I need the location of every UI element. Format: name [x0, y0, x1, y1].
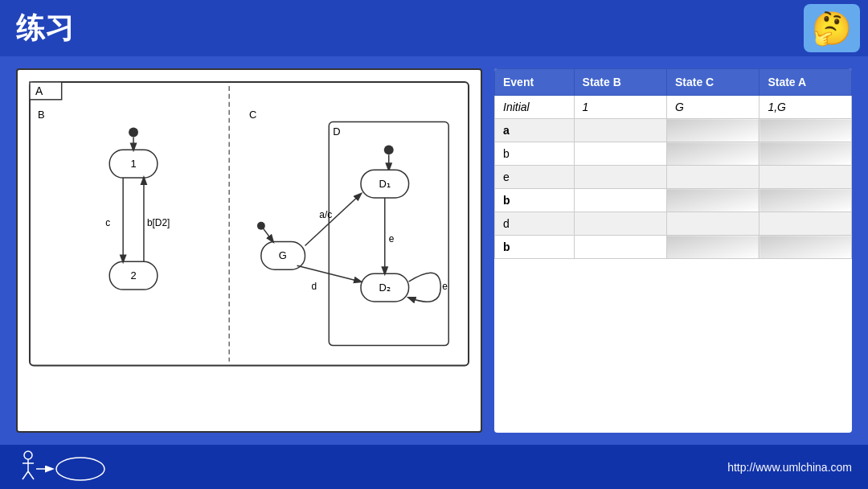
cell-event: b	[495, 236, 575, 259]
svg-text:D₁: D₁	[379, 178, 391, 190]
cell-c	[666, 142, 759, 166]
svg-text:D: D	[333, 125, 340, 138]
col-state-c: State C	[666, 69, 759, 96]
cell-a: 1,G	[760, 96, 852, 119]
cell-a	[760, 189, 852, 212]
footer-url: http://www.umlchina.com	[727, 461, 852, 474]
diagram-area: A B C 1 2 c b[D2] D	[16, 68, 482, 433]
cell-c	[666, 166, 759, 189]
svg-point-18	[384, 145, 394, 154]
cell-b	[574, 236, 666, 259]
cell-event: d	[495, 212, 575, 236]
svg-text:A: A	[35, 84, 43, 97]
table-row: e	[495, 166, 852, 189]
table-area: Event State B State C State A Initial 1 …	[494, 68, 852, 433]
table-row: b	[495, 189, 852, 212]
svg-text:a/c: a/c	[319, 209, 332, 220]
table-row: a	[495, 119, 852, 142]
svg-text:B: B	[38, 109, 45, 121]
cell-a	[760, 142, 852, 166]
footer: http://www.umlchina.com	[0, 445, 868, 489]
main-content: A B C 1 2 c b[D2] D	[0, 56, 868, 445]
svg-line-39	[28, 471, 34, 479]
cell-c	[666, 236, 759, 259]
svg-point-10	[129, 128, 138, 138]
cell-event: a	[495, 119, 575, 142]
cell-b: 1	[574, 96, 666, 119]
svg-text:2: 2	[130, 269, 136, 281]
cell-event: b	[495, 189, 575, 212]
page-title: 练习	[16, 9, 74, 48]
cell-b	[574, 142, 666, 166]
svg-text:d: d	[311, 281, 317, 292]
thinking-icon: 🤔	[804, 4, 860, 52]
cell-a	[760, 236, 852, 259]
cell-c	[666, 119, 759, 142]
table-row: b	[495, 236, 852, 259]
col-state-b: State B	[574, 69, 666, 96]
svg-text:C: C	[249, 109, 256, 121]
svg-text:c: c	[105, 217, 110, 228]
cell-b	[574, 189, 666, 212]
cell-a	[760, 212, 852, 236]
svg-rect-1	[30, 82, 62, 100]
cell-b	[574, 119, 666, 142]
state-table: Event State B State C State A Initial 1 …	[494, 68, 852, 259]
cell-event: b	[495, 142, 575, 166]
header: 练习 🤔	[0, 0, 868, 56]
col-event: Event	[495, 69, 575, 96]
cell-b	[574, 212, 666, 236]
footer-left	[16, 449, 113, 485]
cell-b	[574, 166, 666, 189]
svg-text:D₂: D₂	[379, 281, 391, 294]
cell-a	[760, 119, 852, 142]
svg-point-41	[56, 458, 104, 480]
table-row: b	[495, 142, 852, 166]
cell-c	[666, 212, 759, 236]
cell-c	[666, 189, 759, 212]
table-row: d	[495, 212, 852, 236]
cell-event: e	[495, 166, 575, 189]
uml-actor-diagram	[16, 449, 113, 485]
svg-text:b[D2]: b[D2]	[147, 217, 170, 228]
svg-text:G: G	[279, 249, 287, 261]
cell-event: Initial	[495, 96, 575, 119]
col-state-a: State A	[760, 69, 852, 96]
cell-a	[760, 166, 852, 189]
svg-text:e: e	[389, 233, 395, 244]
svg-line-38	[23, 471, 28, 479]
cell-c: G	[666, 96, 759, 119]
table-row: Initial 1 G 1,G	[495, 96, 852, 119]
svg-text:1: 1	[130, 158, 136, 170]
svg-text:e: e	[442, 281, 448, 292]
state-diagram: A B C 1 2 c b[D2] D	[26, 78, 473, 373]
svg-point-35	[24, 451, 32, 459]
